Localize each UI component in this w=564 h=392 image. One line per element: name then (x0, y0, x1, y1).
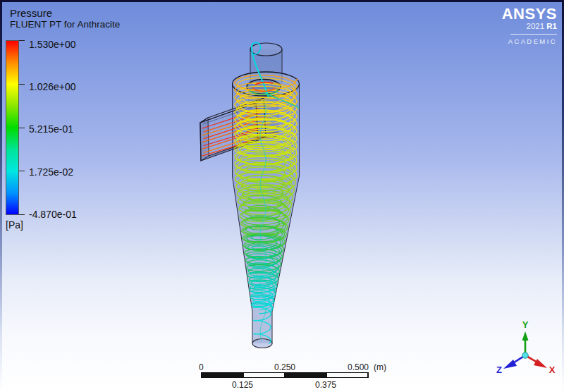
colorbar-label-2: 1.026e+00 (29, 81, 76, 92)
ansys-release: R1 (546, 22, 557, 30)
axis-triad[interactable]: Y Z X (491, 317, 562, 388)
legend-subtitle: FLUENT PT for Anthracite (10, 19, 120, 30)
ansys-version: 2021 R1 (527, 22, 557, 31)
legend-header: Pressure FLUENT PT for Anthracite (10, 7, 120, 30)
graphics-window-frame: Pressure FLUENT PT for Anthracite 1.530e… (0, 0, 564, 392)
ruler-segment (285, 373, 326, 377)
ansys-version-year: 2021 (527, 22, 547, 30)
ruler-label-mid: 0.250 (274, 362, 295, 372)
colorbar: 1.530e+00 1.026e+00 5.215e-01 1.725e-02 … (6, 40, 125, 215)
colorbar-tick (19, 128, 25, 128)
ruler-segment (326, 373, 368, 377)
x-arrowhead-icon (534, 359, 547, 368)
ruler-label-end: 0.500 (348, 362, 369, 372)
colorbar-label-4: 1.725e-02 (29, 166, 73, 178)
ruler-label-0: 0 (199, 362, 204, 372)
y-arrowhead-icon (522, 331, 529, 341)
z-axis-label: Z (496, 365, 502, 375)
colorbar-unit: [Pa] (6, 219, 23, 231)
x-axis-label: X (549, 365, 556, 375)
3d-viewport[interactable]: Pressure FLUENT PT for Anthracite 1.530e… (2, 2, 562, 390)
colorbar-tick (19, 214, 25, 215)
ansys-logo: ANSYS 2021 R1 ACADEMIC (502, 6, 557, 45)
ruler-bar (201, 372, 369, 378)
colorbar-label-max: 1.530e+00 (29, 39, 76, 50)
colorbar-tick (19, 40, 25, 41)
ruler-segment (202, 373, 243, 377)
origin-sphere-icon (522, 353, 528, 358)
colorbar-label-3: 5.215e-01 (29, 123, 73, 135)
ruler-segment (243, 373, 285, 377)
colorbar-label-min: -4.870e-01 (29, 209, 77, 220)
legend-title: Pressure (10, 7, 120, 19)
ruler-label-q1: 0.125 (232, 380, 253, 390)
ansys-wordmark: ANSYS (502, 6, 557, 22)
ansys-edition: ACADEMIC (508, 37, 557, 45)
ruler-label-q3: 0.375 (315, 380, 336, 390)
scale-ruler: 0 0.250 0.500 (m) 0.125 0.375 (201, 362, 379, 390)
ruler-unit: (m) (374, 362, 386, 372)
colorbar-tick (19, 171, 25, 171)
y-axis-label: Y (522, 319, 529, 330)
colorbar-tick (19, 84, 25, 85)
ansys-divider (510, 34, 557, 35)
colorbar-gradient (6, 40, 19, 215)
